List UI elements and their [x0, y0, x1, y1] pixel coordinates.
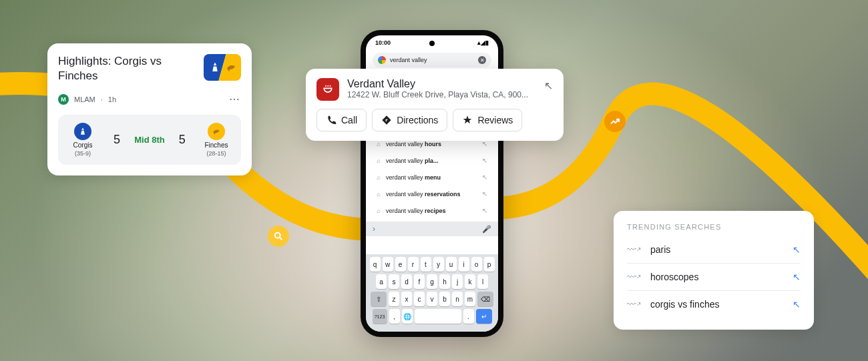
- globe-key[interactable]: 🌐: [402, 309, 413, 324]
- key-g[interactable]: g: [427, 274, 437, 289]
- suggestion-text: verdant valley hours: [386, 141, 441, 147]
- key-t[interactable]: t: [421, 257, 431, 272]
- team1-score: 5: [114, 133, 120, 147]
- key-x[interactable]: x: [401, 292, 412, 306]
- key-w[interactable]: w: [383, 257, 393, 272]
- insert-arrow-icon[interactable]: ↖: [793, 272, 801, 282]
- more-options-icon[interactable]: ⋯: [229, 93, 241, 105]
- directions-button[interactable]: Directions: [372, 109, 447, 131]
- enter-key[interactable]: ↵: [476, 309, 492, 324]
- finches-icon: [208, 123, 225, 140]
- sports-title: Highlights: Corgis vs Finches: [58, 54, 196, 83]
- key-b[interactable]: b: [439, 292, 450, 306]
- key-r[interactable]: r: [408, 257, 419, 272]
- insert-arrow-icon[interactable]: ↖: [482, 173, 487, 181]
- search-swoosh-icon: [268, 226, 289, 247]
- search-icon: ⌕: [377, 190, 381, 198]
- comma-key[interactable]: ,: [389, 309, 400, 324]
- corgis-icon: [74, 123, 91, 140]
- reviews-button[interactable]: Reviews: [453, 109, 522, 131]
- trending-item[interactable]: 〰↗corgis vs finches↖: [627, 291, 801, 318]
- trending-up-icon: 〰↗: [627, 272, 641, 282]
- game-status: Mid 8th: [134, 135, 165, 145]
- suggestion-item[interactable]: ⌕verdant valley reservations↖: [366, 186, 498, 202]
- insert-arrow-icon[interactable]: ↖: [793, 244, 801, 255]
- suggestion-text: verdant valley pla...: [386, 157, 439, 164]
- shift-key[interactable]: ⇧: [371, 292, 387, 306]
- suggestion-item[interactable]: ⌕verdant valley menu↖: [366, 169, 498, 186]
- place-address: 12422 W. Bluff Creek Drive, Playa Vista,…: [347, 90, 536, 99]
- insert-arrow-icon[interactable]: ↖: [482, 140, 487, 147]
- team-finches: Finches (28-15): [200, 123, 233, 157]
- key-q[interactable]: q: [370, 257, 381, 272]
- key-d[interactable]: d: [401, 274, 412, 289]
- sports-meta: M MLAM · 1h ⋯: [58, 93, 241, 105]
- insert-arrow-icon[interactable]: ↖: [482, 190, 487, 198]
- insert-arrow-icon[interactable]: ↖: [544, 79, 553, 101]
- key-y[interactable]: y: [433, 257, 444, 272]
- google-logo-icon: [378, 56, 386, 64]
- source-badge: M: [58, 94, 69, 105]
- svg-line-1: [280, 238, 282, 240]
- suggestion-text: verdant valley reservations: [386, 191, 461, 198]
- key-u[interactable]: u: [446, 257, 457, 272]
- sports-teams-icon: [204, 54, 241, 81]
- search-input[interactable]: [390, 57, 474, 63]
- key-o[interactable]: o: [471, 257, 482, 272]
- insert-arrow-icon[interactable]: ↖: [482, 157, 487, 164]
- trending-searches-card: TRENDING SEARCHES 〰↗paris↖〰↗horoscopes↖〰…: [614, 211, 814, 330]
- suggestions-list: ⌕verdant valley hours↖⌕verdant valley pl…: [366, 133, 498, 222]
- suggestion-text: verdant valley recipes: [386, 208, 446, 214]
- mic-icon[interactable]: 🎤: [482, 225, 491, 234]
- call-button[interactable]: Call: [316, 109, 367, 131]
- insert-arrow-icon[interactable]: ↖: [482, 207, 487, 214]
- period-key[interactable]: .: [463, 309, 474, 324]
- sports-highlights-card[interactable]: Highlights: Corgis vs Finches M MLAM · 1…: [47, 43, 252, 175]
- key-a[interactable]: a: [376, 274, 387, 289]
- key-m[interactable]: m: [465, 292, 475, 306]
- svg-point-0: [275, 233, 280, 238]
- key-j[interactable]: j: [452, 274, 463, 289]
- keyboard[interactable]: qwertyuiopasdfghjkl⇧zxcvbnm⌫?123,🌐.↵: [366, 254, 498, 332]
- team2-score: 5: [179, 133, 186, 147]
- key-n[interactable]: n: [452, 292, 463, 306]
- key-v[interactable]: v: [427, 292, 437, 306]
- search-bar[interactable]: ✕: [373, 53, 491, 67]
- clear-icon[interactable]: ✕: [478, 56, 486, 64]
- key-i[interactable]: i: [459, 257, 469, 272]
- key-p[interactable]: p: [484, 257, 495, 272]
- keyboard-toolbar: › 🎤: [366, 222, 498, 236]
- key-e[interactable]: e: [395, 257, 406, 272]
- trending-text: corgis vs finches: [650, 299, 783, 310]
- trending-swoosh-icon: [604, 111, 626, 132]
- chevron-right-icon[interactable]: ›: [373, 224, 375, 234]
- suggestion-item[interactable]: ⌕verdant valley pla...↖: [366, 152, 498, 169]
- clock: 10:00: [375, 39, 391, 46]
- trending-up-icon: 〰↗: [627, 299, 641, 310]
- trending-up-icon: 〰↗: [627, 244, 641, 255]
- key-s[interactable]: s: [389, 274, 399, 289]
- key-l[interactable]: l: [477, 274, 488, 289]
- team-corgis: Corgis (35-9): [66, 123, 99, 157]
- score-box: Corgis (35-9) 5 Mid 8th 5 Finches (28-15…: [58, 115, 241, 165]
- camera-notch: [429, 41, 435, 46]
- insert-arrow-icon[interactable]: ↖: [793, 299, 801, 310]
- place-result-card[interactable]: Verdant Valley 12422 W. Bluff Creek Driv…: [306, 69, 564, 141]
- numeric-key[interactable]: ?123: [373, 309, 387, 324]
- search-icon: ⌕: [377, 173, 381, 181]
- key-f[interactable]: f: [414, 274, 425, 289]
- status-icons: ▴◢▮: [477, 39, 489, 46]
- trending-item[interactable]: 〰↗paris↖: [627, 236, 801, 264]
- trending-title: TRENDING SEARCHES: [627, 223, 801, 231]
- restaurant-icon: [316, 78, 339, 101]
- key-z[interactable]: z: [389, 292, 399, 306]
- key-k[interactable]: k: [465, 274, 475, 289]
- suggestion-item[interactable]: ⌕verdant valley recipes↖: [366, 202, 498, 219]
- space-key[interactable]: [415, 309, 461, 324]
- trending-text: horoscopes: [650, 272, 783, 282]
- search-icon: ⌕: [377, 157, 381, 164]
- trending-item[interactable]: 〰↗horoscopes↖: [627, 264, 801, 291]
- key-c[interactable]: c: [414, 292, 425, 306]
- key-h[interactable]: h: [439, 274, 450, 289]
- backspace-key[interactable]: ⌫: [477, 292, 493, 306]
